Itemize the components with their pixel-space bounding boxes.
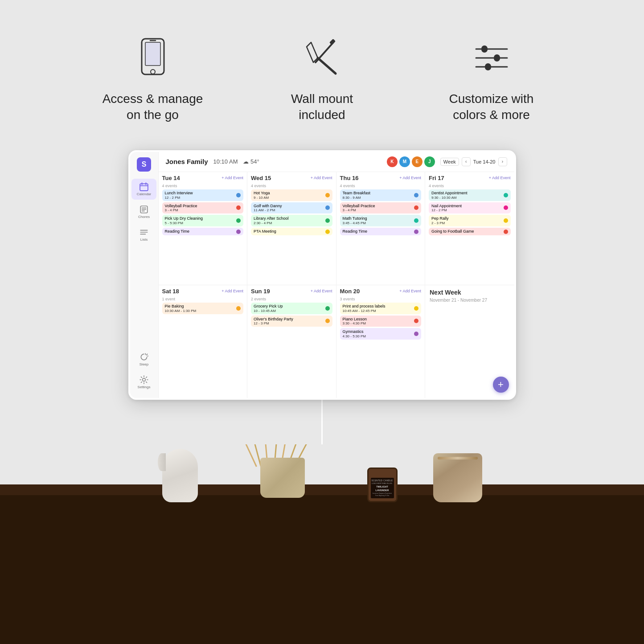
- event-dot: [414, 306, 418, 311]
- event-gymnastics[interactable]: Gymnastics4:30 - 5:30 PM: [340, 328, 422, 340]
- main-content: Jones Family 10:10 AM ☁ 54° K M E J Week: [159, 152, 514, 398]
- svg-point-2: [151, 70, 155, 74]
- event-dot: [325, 205, 330, 210]
- day-col-wed15: Wed 15 + Add Event 4 events Hot Yoga9 - …: [247, 172, 336, 285]
- page: Access & manage on the go Wall mount inc…: [0, 0, 644, 644]
- day-name-mon20: Mon 20: [340, 288, 360, 295]
- event-birthday-party[interactable]: Oliver's Birthday Party12 - 3 PM: [251, 316, 332, 327]
- add-event-sat18[interactable]: + Add Event: [222, 289, 243, 293]
- event-title: Grocery Pick Up: [254, 304, 283, 309]
- events-count-sun19: 2 events: [251, 297, 332, 301]
- event-title: Pick Up Dry Cleaning: [165, 216, 203, 221]
- event-dentist[interactable]: Dentist Appointment9:30 - 10:30 AM: [429, 189, 511, 201]
- day-col-thu16: Thu 16 + Add Event 4 events Team Breakfa…: [336, 172, 426, 285]
- add-event-wed15[interactable]: + Add Event: [311, 176, 332, 180]
- event-title: Print and process labels: [343, 304, 386, 309]
- event-pta[interactable]: PTA Meeting: [251, 228, 332, 235]
- event-title: Golf with Danny: [254, 204, 282, 209]
- svg-rect-13: [140, 184, 148, 191]
- feature-mount: Wall mount included: [264, 36, 380, 123]
- event-title: Pie Baking: [165, 304, 197, 309]
- event-title: Team Breakfast: [343, 191, 371, 196]
- sidebar-lists-label: Lists: [140, 238, 148, 242]
- event-reading-tue[interactable]: Reading Time: [162, 228, 244, 235]
- event-dot: [325, 218, 330, 223]
- avatar-e: E: [412, 156, 422, 167]
- event-dry-cleaning[interactable]: Pick Up Dry Cleaning5 - 5:30 PM: [162, 215, 244, 226]
- sliders-icon: [469, 36, 514, 80]
- add-event-tue14[interactable]: + Add Event: [222, 176, 243, 180]
- calendar-grid: Tue 14 + Add Event 4 events Lunch Interv…: [159, 172, 514, 398]
- event-dot: [236, 230, 241, 234]
- device-frame: S Calendar: [128, 150, 516, 400]
- event-dot: [325, 193, 330, 197]
- sidebar-item-chores[interactable]: Chores: [131, 201, 156, 222]
- feature-customize: Customize with colors & more: [434, 36, 550, 123]
- day-col-sun19: Sun 19 + Add Event 2 events Grocery Pick…: [247, 285, 336, 398]
- week-row-1: Tue 14 + Add Event 4 events Lunch Interv…: [159, 172, 514, 285]
- day-header-wed15: Wed 15 + Add Event: [251, 175, 332, 181]
- add-event-mon20[interactable]: + Add Event: [399, 289, 421, 293]
- event-title: Volleyball Practice: [165, 204, 197, 209]
- event-grocery[interactable]: Grocery Pick Up10 - 10:45 AM: [251, 303, 332, 314]
- avatar-k: K: [387, 156, 398, 167]
- device-inner: S Calendar: [130, 152, 514, 398]
- add-event-fab[interactable]: +: [493, 377, 509, 393]
- event-hot-yoga[interactable]: Hot Yoga9 - 10 AM: [251, 189, 332, 201]
- event-title: Volleyball Practice: [343, 204, 375, 209]
- header-weather: ☁ 54°: [243, 158, 259, 165]
- svg-rect-1: [145, 42, 160, 66]
- svg-rect-12: [485, 63, 491, 70]
- day-col-tue14: Tue 14 + Add Event 4 events Lunch Interv…: [159, 172, 248, 285]
- avatar-m: M: [399, 156, 410, 167]
- add-event-fri17[interactable]: + Add Event: [489, 176, 511, 180]
- event-math-tutoring[interactable]: Math Tutoring3:45 - 4:45 PM: [340, 215, 422, 226]
- event-reading-thu[interactable]: Reading Time: [340, 228, 422, 235]
- event-title: Oliver's Birthday Party: [254, 317, 293, 322]
- event-title: Nail Appointment: [431, 204, 462, 209]
- svg-rect-11: [494, 54, 500, 62]
- next-week-btn[interactable]: ›: [498, 157, 507, 166]
- event-golf-danny[interactable]: Golf with Danny11 AM - 2 PM: [251, 202, 332, 214]
- device-wrapper: S Calendar: [0, 141, 644, 400]
- sidebar-item-calendar[interactable]: Calendar: [131, 179, 156, 200]
- event-football-game[interactable]: Going to Football Game: [429, 228, 511, 235]
- sidebar-item-lists[interactable]: Lists: [131, 224, 156, 245]
- svg-line-4: [318, 58, 336, 74]
- add-event-sun19[interactable]: + Add Event: [311, 289, 332, 293]
- sidebar: S Calendar: [130, 152, 159, 398]
- event-dot: [414, 205, 418, 210]
- add-event-thu16[interactable]: + Add Event: [399, 176, 421, 180]
- svg-point-24: [143, 378, 146, 381]
- event-volleyball-thu[interactable]: Volleyball Practice3 - 4 PM: [340, 202, 422, 214]
- day-header-mon20: Mon 20 + Add Event: [340, 288, 422, 295]
- next-week-dates: November 21 - November 27: [430, 298, 510, 303]
- event-library[interactable]: Library After School2:30 - 4 PM: [251, 215, 332, 226]
- event-volleyball-tue[interactable]: Volleyball Practice3 - 4 PM: [162, 202, 244, 214]
- candle-jar: SCENTED CANDLE LOVE EVERYTHING IN LIFE. …: [367, 468, 398, 502]
- event-dot: [325, 230, 330, 234]
- event-pep-rally[interactable]: Pep Rally2 - 3 PM: [429, 215, 511, 226]
- shelf-area: SCENTED CANDLE LOVE EVERYTHING IN LIFE. …: [0, 444, 644, 644]
- sidebar-item-settings[interactable]: Settings: [131, 372, 156, 393]
- event-dot: [414, 218, 418, 223]
- event-lunch-interview[interactable]: Lunch Interview12 - 2 PM: [162, 189, 244, 201]
- day-name-sun19: Sun 19: [251, 288, 270, 295]
- event-pie-baking[interactable]: Pie Baking10:30 AM - 1:30 PM: [162, 303, 244, 314]
- event-nail-appointment[interactable]: Nail Appointment12 - 2 PM: [429, 202, 511, 214]
- event-print-labels[interactable]: Print and process labels10:45 AM - 12:45…: [340, 303, 422, 314]
- event-dot: [325, 306, 330, 311]
- event-team-breakfast[interactable]: Team Breakfast8:30 - 9 AM: [340, 189, 422, 201]
- event-piano[interactable]: Piano Lesson3:30 - 4:30 PM: [340, 316, 422, 327]
- event-title: Gymnastics: [343, 329, 366, 334]
- events-count-sat18: 1 event: [162, 297, 244, 301]
- prev-week-btn[interactable]: ‹: [462, 157, 471, 166]
- week-label[interactable]: Week: [440, 158, 459, 166]
- day-col-fri17: Fri 17 + Add Event 4 events Dentist Appo…: [425, 172, 514, 285]
- event-dot: [504, 218, 508, 223]
- feature-mount-text: Wall mount included: [291, 91, 353, 123]
- sidebar-item-sleep[interactable]: Sleep: [131, 349, 156, 370]
- day-name-fri17: Fri 17: [429, 175, 444, 181]
- event-dot: [236, 205, 241, 210]
- events-count-wed15: 4 events: [251, 184, 332, 188]
